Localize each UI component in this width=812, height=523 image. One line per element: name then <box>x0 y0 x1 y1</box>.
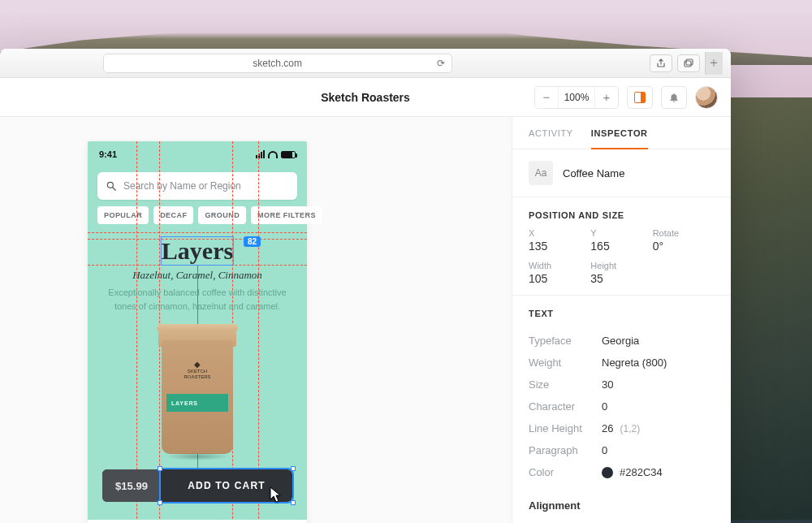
product-title-layer[interactable]: Layers <box>162 237 233 265</box>
label-rotate: Rotate <box>653 228 715 238</box>
value-height[interactable]: 35 <box>590 272 652 285</box>
clock: 9:41 <box>99 149 117 159</box>
value-width[interactable]: 105 <box>529 272 590 285</box>
panel-icon <box>634 92 646 103</box>
artboard-coffee-app: 9:41 Search by Name or Region POPULAR DE… <box>88 141 307 523</box>
buy-bar: $15.99 ADD TO CART <box>102 469 292 502</box>
value-color[interactable]: #282C34 <box>602 466 663 478</box>
label-size: Size <box>529 378 602 391</box>
inspector-tabs: ACTIVITY INSPECTOR <box>512 117 731 149</box>
url-text: sketch.com <box>253 58 302 69</box>
value-x[interactable]: 135 <box>529 240 590 253</box>
color-swatch <box>602 467 613 478</box>
new-tab-button[interactable]: ＋ <box>705 52 723 75</box>
svg-rect-0 <box>685 61 691 67</box>
add-to-cart-label: ADD TO CART <box>188 480 266 491</box>
svg-rect-1 <box>686 59 693 65</box>
label-x: X <box>529 228 590 238</box>
layer-type-badge: Aa <box>529 161 553 185</box>
battery-icon <box>281 151 296 158</box>
price-label: $15.99 <box>102 469 161 502</box>
tab-inspector[interactable]: INSPECTOR <box>591 128 648 149</box>
label-color: Color <box>529 466 602 478</box>
browser-toolbar: sketch.com ⟳ ＋ <box>0 49 731 78</box>
section-text: TEXT <box>512 296 731 326</box>
address-bar[interactable]: sketch.com ⟳ <box>103 54 452 73</box>
zoom-control: − 100% + <box>534 86 619 109</box>
section-alignment: Alignment <box>529 496 715 517</box>
signal-icon <box>256 150 265 158</box>
guide-line <box>88 232 307 233</box>
bag-brand: SKETCH ROASTERS <box>177 360 218 379</box>
zoom-in-button[interactable]: + <box>595 87 618 108</box>
search-placeholder: Search by Name or Region <box>123 180 241 192</box>
wifi-icon <box>268 151 278 158</box>
value-lineheight[interactable]: 26 <box>602 422 613 434</box>
filter-chip[interactable]: POPULAR <box>97 206 149 224</box>
phone-status-bar: 9:41 <box>99 149 296 159</box>
product-description: Exceptionally balanced coffee with disti… <box>101 286 294 313</box>
zoom-percent[interactable]: 100% <box>558 87 595 108</box>
label-lineheight: Line Height <box>529 422 602 434</box>
selection-header: Aa Coffee Name <box>512 149 731 197</box>
svg-line-3 <box>113 188 116 191</box>
reload-icon[interactable]: ⟳ <box>437 58 445 69</box>
canvas[interactable]: 9:41 Search by Name or Region POPULAR DE… <box>0 117 512 523</box>
filter-chip[interactable]: MORE FILTERS <box>251 206 322 224</box>
tabs-icon[interactable] <box>677 54 700 72</box>
value-lineheight-ratio: (1,2) <box>620 423 640 434</box>
toggle-right-panel-button[interactable] <box>627 86 653 109</box>
label-weight: Weight <box>529 357 602 369</box>
cursor-icon <box>270 486 281 503</box>
section-heading-most-popular: MOST POPULAR <box>88 520 307 523</box>
svg-point-2 <box>107 182 113 188</box>
label-height: Height <box>590 261 652 270</box>
search-input[interactable]: Search by Name or Region <box>97 172 297 200</box>
filter-chips: POPULAR DECAF GROUND MORE FILTERS <box>97 206 297 224</box>
value-size[interactable]: 30 <box>602 378 613 391</box>
bag-label: LAYERS <box>171 400 198 406</box>
label-typeface: Typeface <box>529 335 602 347</box>
app-toolbar: Sketch Roasters − 100% + <box>0 78 731 117</box>
value-weight[interactable]: Negreta (800) <box>602 357 667 369</box>
label-y: Y <box>590 228 652 238</box>
browser-window: sketch.com ⟳ ＋ Sketch Roasters − 100% + <box>0 49 731 523</box>
value-paragraph[interactable]: 0 <box>602 444 607 456</box>
search-icon <box>106 180 117 192</box>
section-position-size: POSITION AND SIZE <box>512 197 731 228</box>
color-hex: #282C34 <box>620 466 663 478</box>
selection-name: Coffee Name <box>563 167 624 179</box>
tab-activity[interactable]: ACTIVITY <box>529 128 573 149</box>
filter-chip[interactable]: DECAF <box>153 206 193 224</box>
label-width: Width <box>529 261 590 270</box>
avatar[interactable] <box>695 86 718 109</box>
inspector-panel: ACTIVITY INSPECTOR Aa Coffee Name POSITI… <box>512 117 731 523</box>
product-image: SKETCH ROASTERS LAYERS <box>157 324 238 454</box>
document-title: Sketch Roasters <box>321 91 410 104</box>
measure-badge-top: 82 <box>244 236 261 247</box>
share-icon[interactable] <box>650 54 672 72</box>
value-rotate[interactable]: 0° <box>653 240 715 253</box>
value-character[interactable]: 0 <box>602 400 607 413</box>
value-y[interactable]: 165 <box>590 240 652 253</box>
product-subtitle: Hazelnut, Caramel, Cinnamon <box>88 269 307 282</box>
value-typeface[interactable]: Georgia <box>602 335 639 347</box>
label-character: Character <box>529 400 602 413</box>
zoom-out-button[interactable]: − <box>535 87 558 108</box>
notifications-button[interactable] <box>661 86 687 109</box>
filter-chip[interactable]: GROUND <box>198 206 246 224</box>
label-paragraph: Paragraph <box>529 444 602 456</box>
workspace: 9:41 Search by Name or Region POPULAR DE… <box>0 117 731 523</box>
